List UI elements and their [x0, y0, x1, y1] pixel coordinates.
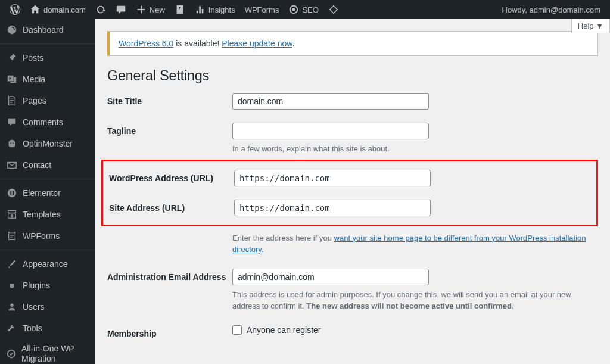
input-admin-email[interactable]	[232, 269, 429, 285]
sidebar-item-optinmonster[interactable]: OptinMonster	[0, 133, 95, 154]
svg-point-2	[8, 189, 16, 197]
form-icon	[6, 230, 18, 242]
input-wp-url[interactable]	[234, 170, 431, 186]
brush-icon	[6, 258, 18, 270]
sidebar-item-aio-migration[interactable]: All-in-One WP Migration	[0, 339, 95, 364]
update-notice: WordPress 6.0 is available! Please updat…	[107, 31, 598, 56]
label-tagline: Tagline	[107, 123, 232, 155]
checkbox-membership[interactable]	[232, 325, 242, 335]
diamond-icon	[328, 4, 339, 15]
row-wp-url: WordPress Address (URL)	[109, 170, 590, 186]
wp-version-link[interactable]: WordPress 6.0	[119, 39, 173, 48]
sidebar-label: Appearance	[23, 259, 68, 269]
sidebar-label: OptinMonster	[23, 139, 73, 148]
comments-bubble[interactable]	[111, 0, 131, 19]
help-button[interactable]: Help ▼	[571, 19, 610, 33]
update-now-link[interactable]: Please update now	[222, 39, 292, 48]
wpforms-label: WPForms	[245, 5, 279, 14]
plug-icon	[6, 279, 18, 291]
yoast-button[interactable]	[170, 0, 190, 19]
label-site-url: Site Address (URL)	[109, 200, 234, 216]
row-admin-email: Administration Email Address This addres…	[107, 269, 598, 312]
svg-point-3	[10, 304, 13, 307]
label-membership: Membership	[107, 325, 232, 338]
svg-point-1	[292, 8, 295, 11]
url-highlight-box: WordPress Address (URL) Site Address (UR…	[101, 160, 598, 226]
wpforms-button[interactable]: WPForms	[240, 0, 284, 19]
main-content: Help ▼ WordPress 6.0 is available! Pleas…	[95, 19, 610, 363]
input-tagline[interactable]	[232, 123, 429, 139]
new-button[interactable]: New	[131, 0, 170, 19]
row-site-url: Site Address (URL)	[109, 200, 590, 216]
label-admin-email: Administration Email Address	[107, 269, 232, 312]
page-icon	[6, 95, 18, 107]
refresh-icon	[95, 4, 106, 15]
sidebar-item-tools[interactable]: Tools	[0, 318, 95, 339]
sidebar-label: Pages	[23, 96, 46, 105]
page-title: General Settings	[107, 68, 598, 84]
sidebar-label: All-in-One WP Migration	[21, 344, 89, 364]
howdy-user[interactable]: Howdy, admin@domain.com	[497, 0, 605, 19]
sidebar-item-elementor[interactable]: Elementor	[0, 182, 95, 204]
seo-icon	[288, 4, 299, 15]
admin-bar: domain.com New Insights WPForms SEO Howd…	[0, 0, 610, 19]
refresh-button[interactable]	[91, 0, 111, 19]
media-icon	[6, 73, 18, 85]
label-site-title: Site Title	[107, 93, 232, 110]
wrench-icon	[6, 322, 18, 334]
sidebar-item-contact[interactable]: Contact	[0, 154, 95, 176]
yoast-icon	[175, 4, 185, 15]
membership-chk-text: Anyone can register	[247, 325, 321, 335]
diamond-button[interactable]	[323, 0, 344, 19]
sidebar-item-media[interactable]: Media	[0, 69, 95, 90]
wp-logo[interactable]	[5, 0, 25, 19]
sidebar-item-comments[interactable]: Comments	[0, 111, 95, 133]
pin-icon	[6, 52, 18, 64]
seo-label: SEO	[302, 5, 318, 14]
row-site-url-desc: Enter the address here if you want your …	[107, 229, 598, 256]
plus-icon	[136, 4, 147, 15]
site-home[interactable]: domain.com	[25, 0, 91, 19]
admin-sidebar: Dashboard Posts Media Pages Comments Opt…	[0, 19, 95, 364]
input-site-title[interactable]	[232, 93, 429, 110]
comment-icon	[6, 116, 18, 128]
migration-icon	[6, 348, 17, 360]
mail-icon	[6, 159, 18, 171]
sidebar-item-appearance[interactable]: Appearance	[0, 253, 95, 275]
row-tagline: Tagline In a few words, explain what thi…	[107, 123, 598, 155]
sidebar-label: WPForms	[23, 231, 60, 241]
sidebar-label: Templates	[23, 210, 61, 219]
new-label: New	[150, 5, 165, 14]
row-membership: Membership Anyone can register	[107, 325, 598, 338]
row-site-title: Site Title	[107, 93, 598, 110]
sidebar-item-wpforms[interactable]: WPForms	[0, 225, 95, 247]
input-site-url[interactable]	[234, 200, 431, 216]
sidebar-item-dashboard[interactable]: Dashboard	[0, 19, 95, 41]
notice-suffix: .	[292, 39, 295, 48]
sidebar-item-templates[interactable]: Templates	[0, 204, 95, 225]
desc-tagline: In a few words, explain what this site i…	[232, 143, 598, 155]
sidebar-item-pages[interactable]: Pages	[0, 90, 95, 111]
sidebar-item-users[interactable]: Users	[0, 296, 95, 318]
bar-chart-icon	[195, 4, 206, 15]
insights-button[interactable]: Insights	[190, 0, 240, 19]
home-icon	[30, 4, 41, 15]
sidebar-label: Comments	[23, 117, 63, 127]
wordpress-icon	[10, 4, 20, 15]
membership-checkbox-label[interactable]: Anyone can register	[232, 325, 598, 335]
sidebar-item-posts[interactable]: Posts	[0, 47, 95, 69]
desc-site-url: Enter the address here if you want your …	[232, 232, 598, 256]
desc-admin-email: This address is used for admin purposes.…	[232, 289, 598, 312]
seo-button[interactable]: SEO	[284, 0, 323, 19]
sidebar-label: Media	[23, 74, 45, 84]
sidebar-item-plugins[interactable]: Plugins	[0, 275, 95, 296]
dashboard-icon	[6, 24, 18, 36]
sidebar-label: Tools	[23, 323, 42, 333]
sidebar-label: Contact	[23, 160, 51, 170]
comment-icon	[116, 4, 126, 15]
sidebar-label: Plugins	[23, 281, 50, 290]
sidebar-label: Elementor	[23, 188, 61, 198]
site-name-label: domain.com	[43, 5, 86, 14]
sidebar-label: Posts	[23, 53, 43, 63]
elementor-icon	[6, 187, 18, 199]
